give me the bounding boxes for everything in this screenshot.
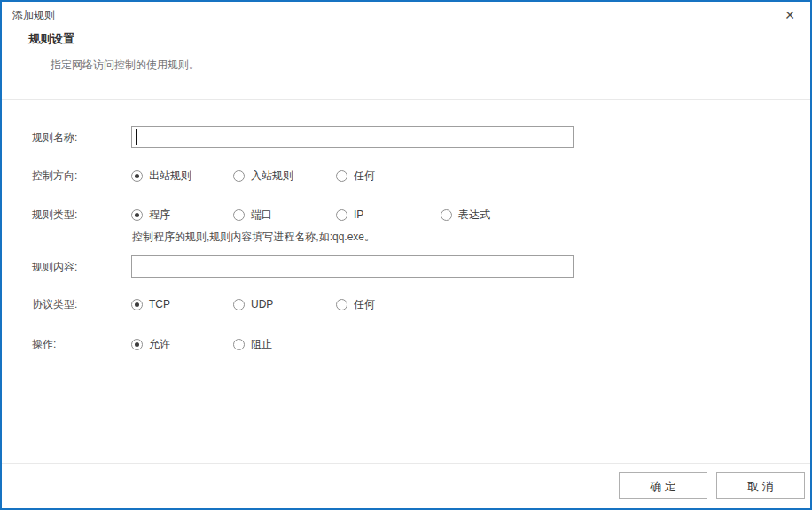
section-description: 指定网络访问控制的使用规则。: [51, 58, 199, 73]
radio-label: IP: [354, 208, 363, 221]
footer-divider: [2, 463, 810, 464]
radio-label: 任何: [354, 297, 375, 312]
rule-name-row: 规则名称:: [2, 126, 810, 148]
radio-ip[interactable]: IP: [336, 208, 363, 222]
direction-label: 控制方向:: [32, 169, 77, 183]
protocol-label: 协议类型:: [32, 297, 77, 311]
radio-protocol-any[interactable]: 任何: [336, 297, 375, 311]
radio-icon: [233, 299, 245, 310]
text-caret: [136, 129, 137, 145]
action-label: 操作:: [32, 337, 56, 351]
rule-content-input[interactable]: [131, 255, 574, 278]
rule-name-label: 规则名称:: [32, 130, 77, 145]
radio-label: 出站规则: [149, 169, 191, 184]
radio-label: TCP: [149, 298, 170, 310]
ok-button[interactable]: 确 定: [619, 472, 707, 499]
radio-icon: [336, 299, 347, 310]
rule-type-row: 规则类型: 程序 端口 IP 表达式: [2, 208, 810, 230]
top-divider: [2, 99, 810, 100]
radio-inbound-rule[interactable]: 入站规则: [233, 169, 293, 183]
radio-direction-any[interactable]: 任何: [336, 169, 375, 183]
radio-udp[interactable]: UDP: [233, 297, 273, 311]
radio-icon: [233, 339, 245, 350]
rule-type-label: 规则类型:: [32, 208, 77, 222]
radio-label: 入站规则: [251, 169, 293, 184]
direction-row: 控制方向: 出站规则 入站规则 任何: [2, 169, 810, 191]
radio-label: UDP: [251, 298, 273, 310]
action-row: 操作: 允许 阻止: [2, 337, 810, 359]
radio-icon: [441, 209, 452, 221]
radio-icon: [336, 170, 347, 182]
close-icon[interactable]: ✕: [781, 6, 799, 24]
rule-content-row: 规则内容:: [2, 255, 810, 278]
dialog-title: 添加规则: [12, 8, 55, 23]
radio-allow[interactable]: 允许: [131, 337, 170, 351]
radio-label: 程序: [149, 208, 170, 223]
radio-expression[interactable]: 表达式: [441, 208, 490, 222]
protocol-row: 协议类型: TCP UDP 任何: [2, 297, 810, 319]
radio-label: 表达式: [458, 208, 490, 223]
rule-name-input[interactable]: [131, 126, 574, 148]
rule-content-label: 规则内容:: [32, 260, 77, 274]
radio-port[interactable]: 端口: [233, 208, 272, 222]
cancel-button[interactable]: 取 消: [716, 472, 805, 499]
radio-label: 允许: [149, 337, 170, 352]
section-heading: 规则设置: [28, 31, 74, 47]
radio-icon: [131, 299, 143, 310]
radio-block[interactable]: 阻止: [233, 337, 272, 351]
radio-label: 任何: [354, 169, 375, 184]
radio-icon: [233, 209, 245, 221]
radio-icon: [131, 209, 143, 221]
radio-icon: [336, 209, 347, 221]
radio-icon: [131, 170, 143, 182]
radio-program[interactable]: 程序: [131, 208, 170, 222]
radio-label: 阻止: [251, 337, 272, 352]
rule-type-hint: 控制程序的规则,规则内容填写进程名称,如:qq.exe。: [132, 230, 375, 245]
radio-outbound-rule[interactable]: 出站规则: [131, 169, 191, 183]
radio-label: 端口: [251, 208, 272, 223]
radio-tcp[interactable]: TCP: [131, 297, 170, 311]
radio-icon: [233, 170, 245, 182]
radio-icon: [131, 339, 143, 350]
add-rule-dialog: 添加规则 ✕ 规则设置 指定网络访问控制的使用规则。 规则名称: 控制方向: 出…: [0, 0, 812, 510]
